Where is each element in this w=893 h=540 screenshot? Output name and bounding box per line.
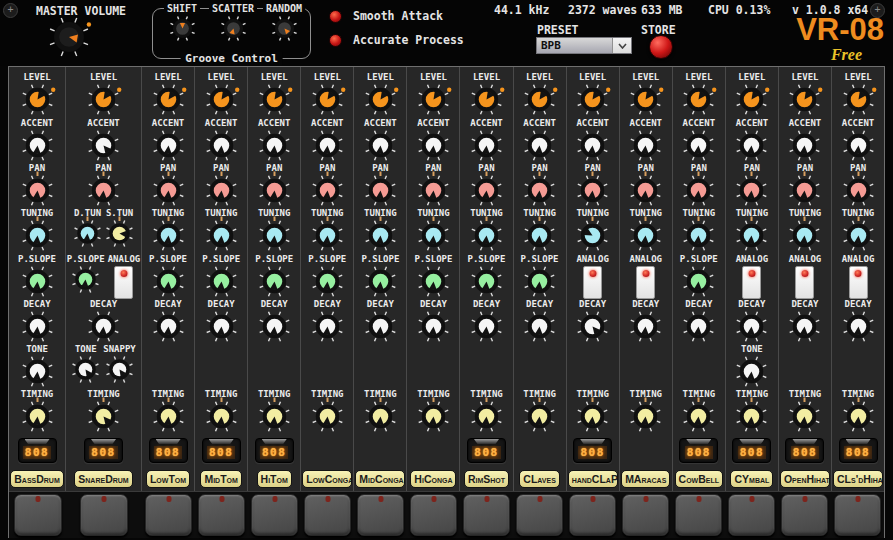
- decay-knob[interactable]: [682, 310, 715, 343]
- instrument-label[interactable]: HiConga: [410, 470, 456, 488]
- timing-knob[interactable]: [523, 400, 556, 433]
- seg-808-button[interactable]: 808: [18, 438, 57, 463]
- accent-knob[interactable]: [21, 129, 54, 162]
- decay-knob[interactable]: [205, 310, 238, 343]
- drum-pad-1[interactable]: [14, 494, 62, 536]
- pan-knob[interactable]: [788, 174, 821, 207]
- scatter-knob[interactable]: [220, 14, 247, 42]
- drum-pad-10[interactable]: [516, 494, 563, 536]
- drum-pad-2[interactable]: [80, 494, 128, 536]
- p-slope-knob[interactable]: [417, 265, 450, 298]
- accent-knob[interactable]: [788, 129, 821, 162]
- seg-808-button[interactable]: 808: [202, 438, 241, 463]
- tuning-knob[interactable]: [21, 219, 54, 252]
- level-knob[interactable]: [735, 83, 768, 116]
- seg-808-button[interactable]: 808: [573, 438, 612, 463]
- tone-knob[interactable]: [735, 355, 768, 388]
- pan-knob[interactable]: [152, 174, 185, 207]
- accent-knob[interactable]: [152, 129, 185, 162]
- analog-switch[interactable]: [849, 266, 868, 299]
- level-knob[interactable]: [629, 83, 662, 116]
- decay-knob[interactable]: [629, 310, 662, 343]
- pan-knob[interactable]: [258, 174, 291, 207]
- instrument-label[interactable]: BassDrum: [10, 470, 64, 488]
- tuning-knob[interactable]: [364, 219, 397, 252]
- level-knob[interactable]: [417, 83, 450, 116]
- p-slope-knob[interactable]: [364, 265, 397, 298]
- instrument-label[interactable]: RimShot: [464, 470, 509, 488]
- level-knob[interactable]: [842, 83, 875, 116]
- tuning-knob[interactable]: [576, 219, 609, 252]
- p-slope-knob[interactable]: [523, 265, 556, 298]
- accent-knob[interactable]: [735, 129, 768, 162]
- level-knob[interactable]: [152, 83, 185, 116]
- accent-knob[interactable]: [205, 129, 238, 162]
- accent-knob[interactable]: [523, 129, 556, 162]
- instrument-label[interactable]: handCLaP: [568, 470, 618, 488]
- instrument-label[interactable]: CYmbal: [730, 470, 773, 488]
- decay-knob[interactable]: [576, 310, 609, 343]
- s-tun-knob[interactable]: [105, 219, 134, 248]
- tuning-knob[interactable]: [735, 219, 768, 252]
- instrument-label[interactable]: LowConga: [302, 470, 352, 488]
- snappy-knob[interactable]: [105, 355, 134, 384]
- drum-pad-9[interactable]: [463, 494, 510, 536]
- timing-knob[interactable]: [311, 400, 344, 433]
- pan-knob[interactable]: [87, 174, 120, 207]
- drum-pad-7[interactable]: [357, 494, 404, 536]
- level-knob[interactable]: [258, 83, 291, 116]
- level-knob[interactable]: [311, 83, 344, 116]
- pan-knob[interactable]: [842, 174, 875, 207]
- seg-808-button[interactable]: 808: [149, 438, 188, 463]
- analog-switch[interactable]: [636, 266, 655, 299]
- p-slope-knob[interactable]: [71, 265, 100, 294]
- accent-knob[interactable]: [364, 129, 397, 162]
- timing-knob[interactable]: [258, 400, 291, 433]
- master-volume-knob[interactable]: [48, 16, 90, 62]
- drum-pad-5[interactable]: [251, 494, 298, 536]
- timing-knob[interactable]: [87, 400, 120, 433]
- p-slope-knob[interactable]: [311, 265, 344, 298]
- drum-pad-16[interactable]: [834, 494, 881, 536]
- drum-pad-14[interactable]: [728, 494, 775, 536]
- level-knob[interactable]: [364, 83, 397, 116]
- tuning-knob[interactable]: [682, 219, 715, 252]
- decay-knob[interactable]: [417, 310, 450, 343]
- level-knob[interactable]: [523, 83, 556, 116]
- decay-knob[interactable]: [87, 310, 120, 343]
- p-slope-knob[interactable]: [152, 265, 185, 298]
- timing-knob[interactable]: [576, 400, 609, 433]
- timing-knob[interactable]: [470, 400, 503, 433]
- pan-knob[interactable]: [470, 174, 503, 207]
- decay-knob[interactable]: [523, 310, 556, 343]
- drum-pad-3[interactable]: [145, 494, 192, 536]
- accurate-process-toggle[interactable]: Accurate Process: [329, 33, 464, 47]
- pan-knob[interactable]: [311, 174, 344, 207]
- seg-808-button[interactable]: 808: [255, 438, 294, 463]
- tuning-knob[interactable]: [311, 219, 344, 252]
- instrument-label[interactable]: MidTom: [200, 470, 241, 488]
- tuning-knob[interactable]: [788, 219, 821, 252]
- shift-knob[interactable]: [169, 14, 196, 42]
- p-slope-knob[interactable]: [682, 265, 715, 298]
- chevron-down-icon[interactable]: [612, 38, 631, 53]
- tone-knob[interactable]: [71, 355, 100, 384]
- store-button[interactable]: [649, 35, 673, 59]
- pan-knob[interactable]: [523, 174, 556, 207]
- instrument-label[interactable]: CowBell: [675, 470, 723, 488]
- decay-knob[interactable]: [152, 310, 185, 343]
- instrument-label[interactable]: LowTom: [146, 470, 190, 488]
- p-slope-knob[interactable]: [258, 265, 291, 298]
- pan-knob[interactable]: [364, 174, 397, 207]
- tuning-knob[interactable]: [842, 219, 875, 252]
- decay-knob[interactable]: [735, 310, 768, 343]
- seg-808-button[interactable]: 808: [785, 438, 824, 463]
- drum-pad-6[interactable]: [304, 494, 351, 536]
- tuning-knob[interactable]: [629, 219, 662, 252]
- level-knob[interactable]: [205, 83, 238, 116]
- preset-dropdown[interactable]: BPB: [536, 37, 632, 54]
- tuning-knob[interactable]: [417, 219, 450, 252]
- decay-knob[interactable]: [258, 310, 291, 343]
- seg-808-button[interactable]: 808: [84, 438, 123, 463]
- seg-808-button[interactable]: 808: [467, 438, 506, 463]
